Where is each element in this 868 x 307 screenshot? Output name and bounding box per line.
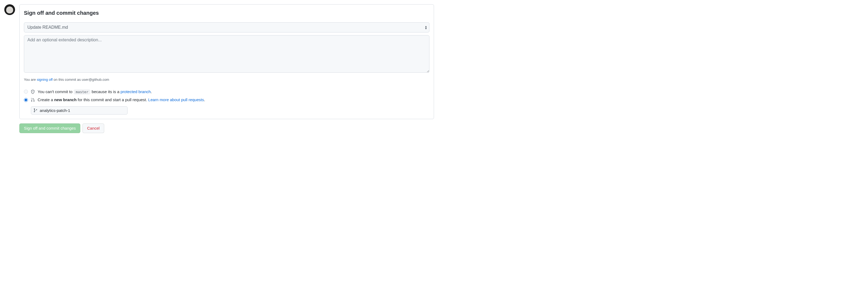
avatar[interactable] bbox=[4, 4, 15, 15]
commit-card: Sign off and commit changes You are sign… bbox=[19, 4, 434, 119]
learn-more-pr-link[interactable]: Learn more about pull requests bbox=[148, 97, 204, 102]
create-branch-option[interactable]: Create a new branch for this commit and … bbox=[24, 96, 429, 104]
radio-label-new-branch: Create a new branch for this commit and … bbox=[38, 97, 205, 103]
commit-description-textarea[interactable] bbox=[24, 35, 429, 73]
branch-name-input[interactable] bbox=[31, 106, 128, 114]
card-title: Sign off and commit changes bbox=[24, 9, 429, 17]
git-pull-request-icon bbox=[31, 98, 35, 102]
signoff-note: You are signing off on this commit as us… bbox=[24, 77, 429, 82]
radio-commit-direct bbox=[24, 90, 28, 94]
commit-direct-option: You can't commit to master because its i… bbox=[24, 88, 429, 96]
git-branch-icon bbox=[34, 108, 38, 112]
radio-label-direct: You can't commit to master because its i… bbox=[38, 89, 152, 95]
shield-icon bbox=[31, 90, 35, 94]
commit-changes-button[interactable]: Sign off and commit changes bbox=[19, 124, 80, 133]
branch-chip: master bbox=[73, 89, 91, 95]
cancel-button[interactable]: Cancel bbox=[83, 124, 104, 133]
commit-summary-input[interactable] bbox=[24, 22, 429, 32]
radio-create-branch[interactable] bbox=[24, 98, 28, 102]
protected-branch-link[interactable]: protected branch bbox=[121, 89, 151, 94]
signing-off-link[interactable]: signing off bbox=[37, 77, 53, 81]
